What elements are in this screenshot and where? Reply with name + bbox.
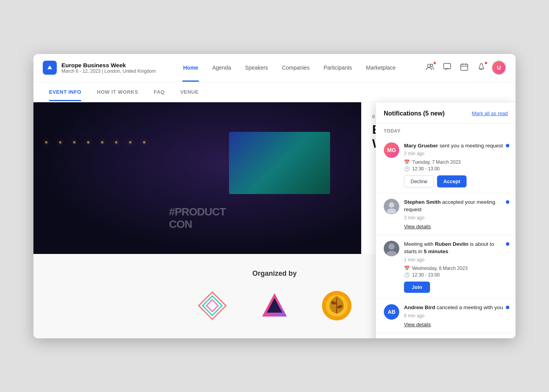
unread-dot-ruben: [506, 242, 509, 246]
chat-icon: [443, 63, 451, 73]
hero-image: #PRODUCTCON /* dots will be placed via J…: [33, 102, 361, 254]
nav-item-companies[interactable]: Companies: [276, 61, 316, 74]
clock-detail-icon: 🕐: [404, 166, 410, 172]
app-logo-icon[interactable]: [43, 61, 57, 75]
view-details-andrew[interactable]: View details: [404, 322, 508, 327]
notif-slot-ruben: 12:30 - 13:00: [412, 272, 440, 278]
svg-point-1: [430, 64, 433, 66]
people-icon: [426, 63, 434, 72]
notif-actions-mary: Decline Accept: [404, 175, 508, 187]
notif-time-row-ruben: 🕐 12:30 - 13:00: [404, 272, 508, 278]
notif-content-mary: Mary Grueber sent you a meeting request …: [404, 142, 508, 188]
bell-badge: [484, 61, 488, 65]
avatar-mary-grueber: MG: [384, 142, 399, 158]
calendar-detail-icon: 📅: [404, 159, 410, 165]
notifications-today-label: Today: [376, 124, 516, 137]
svg-point-15: [388, 243, 395, 250]
org-logo-2: [259, 290, 290, 323]
unread-dot-stephen: [506, 200, 509, 204]
decline-button-mary[interactable]: Decline: [404, 175, 434, 187]
notif-content-stephen: Stephen Smith accepted your meeting requ…: [404, 199, 508, 229]
org-logo-3: [321, 290, 352, 323]
clock-icon-ruben: 🕐: [404, 272, 410, 278]
sender-name-ruben: Ruben Devlin: [435, 241, 469, 247]
notif-content-ruben: Meeting with Ruben Devlin is about to st…: [404, 241, 508, 293]
nav-item-speakers[interactable]: Speakers: [239, 61, 274, 74]
notifications-title: Notifications (5 new): [384, 110, 444, 117]
notif-time-mary: 2 min ago: [404, 151, 508, 156]
chat-icon-button[interactable]: [440, 61, 454, 75]
sender-name-stephen: Stephen Smith: [404, 199, 441, 205]
join-button-ruben[interactable]: Join: [404, 282, 430, 293]
nav-item-marketplace[interactable]: Marketplace: [360, 61, 402, 74]
calendar-icon-ruben: 📅: [404, 266, 410, 271]
svg-marker-6: [206, 300, 218, 312]
notification-item-andrew: AB Andrew Bird canceled a meeting with y…: [376, 299, 516, 333]
view-details-stephen[interactable]: View details: [404, 224, 508, 229]
sub-nav-faq[interactable]: FAQ: [154, 83, 164, 101]
sub-nav-event-info[interactable]: EVENT INFO: [49, 83, 81, 101]
notif-text-andrew: Andrew Bird canceled a meeting with you: [404, 304, 508, 312]
main-content: #PRODUCTCON /* dots will be placed via J…: [33, 102, 516, 338]
nav-item-agenda[interactable]: Agenda: [206, 61, 237, 74]
svg-point-0: [427, 64, 430, 67]
notif-date-row-ruben: 📅 Wednesday, 8 March 2023: [404, 266, 508, 271]
unread-dot-mary: [506, 144, 509, 147]
main-nav: Home Agenda Speakers Companies Participa…: [162, 61, 417, 74]
browser-window: Europe Business Week March 6 - 12, 2023 …: [33, 54, 516, 338]
calendar-icon-button[interactable]: [457, 61, 471, 75]
notifications-header: Notifications (5 new) Mark all as read: [376, 102, 516, 124]
event-title: Europe Business Week: [61, 62, 156, 68]
logo-area: Europe Business Week March 6 - 12, 2023 …: [43, 61, 156, 75]
mark-all-read-link[interactable]: Mark all as read: [472, 110, 508, 116]
unread-dot-andrew: [506, 306, 509, 309]
svg-rect-2: [444, 63, 451, 69]
notif-content-andrew: Andrew Bird canceled a meeting with you …: [404, 304, 508, 327]
notif-actions-ruben: Join: [404, 282, 508, 293]
nav-item-participants[interactable]: Participants: [317, 61, 358, 74]
notification-item-mary: MG Mary Grueber sent you a meeting reque…: [376, 137, 516, 194]
sub-nav-venue[interactable]: VENUE: [180, 83, 199, 101]
svg-rect-3: [461, 64, 468, 70]
bell-icon: [478, 63, 485, 73]
notification-item-david: Your meeting with David Bayers has: [376, 333, 516, 338]
sender-name-andrew: Andrew Bird: [404, 304, 435, 310]
notif-text-mary: Mary Grueber sent you a meeting request: [404, 142, 508, 150]
user-avatar-button[interactable]: U: [491, 60, 506, 75]
people-icon-button[interactable]: [423, 61, 437, 75]
notif-time-stephen: 3 min ago: [404, 215, 508, 220]
accept-button-mary[interactable]: Accept: [437, 175, 466, 187]
sub-nav-how-it-works[interactable]: HOW IT WORKS: [97, 83, 138, 101]
notifications-panel: Notifications (5 new) Mark all as read T…: [376, 102, 516, 338]
notification-item-ruben: Meeting with Ruben Devlin is about to st…: [376, 235, 516, 299]
top-nav: Europe Business Week March 6 - 12, 2023 …: [33, 54, 516, 82]
notif-slot-mary: 12:30 - 13:00: [412, 166, 440, 172]
notif-date-row-mary: 📅 Tuesday, 7 March 2023: [404, 159, 508, 165]
user-avatar: U: [492, 61, 505, 74]
org-logo-1: [197, 290, 228, 323]
svg-point-13: [387, 208, 396, 214]
notif-text-stephen: Stephen Smith accepted your meeting requ…: [404, 199, 508, 214]
event-title-block: Europe Business Week March 6 - 12, 2023 …: [61, 62, 156, 74]
sub-nav: EVENT INFO HOW IT WORKS FAQ VENUE: [33, 82, 516, 102]
avatar-stephen-smith: [384, 199, 399, 214]
event-subtitle: March 6 - 12, 2023 | London, United King…: [61, 68, 156, 74]
notif-time-ruben: 1 min ago: [404, 257, 508, 262]
nav-icons: U: [423, 60, 506, 75]
avatar-andrew-bird: AB: [384, 304, 399, 320]
notif-time-andrew: 6 min ago: [404, 313, 508, 318]
sender-name-mary: Mary Grueber: [404, 143, 438, 149]
notif-date-mary: Tuesday, 7 March 2023: [412, 159, 461, 165]
nav-item-home[interactable]: Home: [177, 61, 205, 74]
notif-date-ruben: Wednesday, 8 March 2023: [412, 266, 467, 271]
bell-icon-button[interactable]: [474, 61, 488, 75]
notif-text-ruben: Meeting with Ruben Devlin is about to st…: [404, 241, 508, 256]
notif-time-row-mary: 🕐 12:30 - 13:00: [404, 166, 508, 172]
calendar-icon: [460, 63, 468, 73]
people-badge: [433, 61, 436, 65]
avatar-ruben-devlin: [384, 241, 399, 256]
svg-point-12: [389, 202, 394, 208]
notification-item-stephen: Stephen Smith accepted your meeting requ…: [376, 193, 516, 235]
